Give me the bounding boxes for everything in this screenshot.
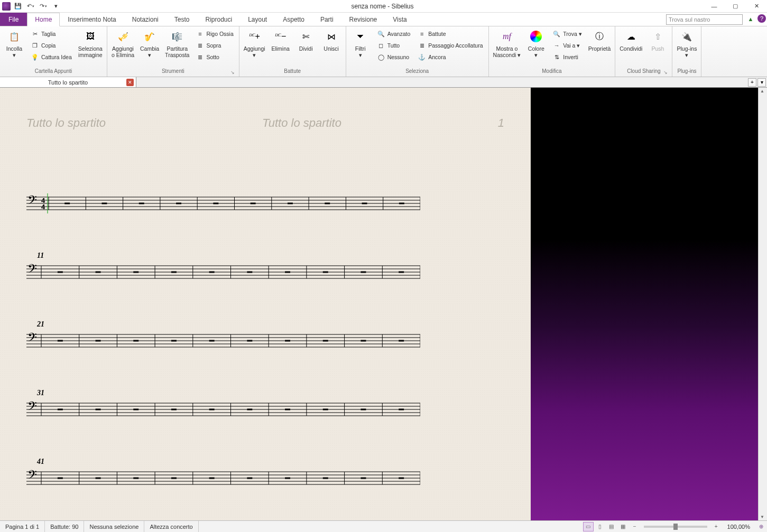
ribbon-tab-parti[interactable]: Parti (312, 13, 341, 26)
tab-menu-button[interactable]: ▾ (757, 78, 766, 87)
svg-rect-129 (96, 478, 101, 479)
incolla-button[interactable]: 📋Incolla ▾ (3, 27, 25, 58)
ribbon-tab-vista[interactable]: Vista (385, 13, 414, 26)
mostnasc-button[interactable]: mfMostra o Nascondi ▾ (492, 27, 522, 58)
tutto-button[interactable]: ◻Tutto (375, 40, 413, 51)
selbatt-button[interactable]: ≡Battute (415, 29, 485, 39)
cambia-button[interactable]: 🎷Cambia ▾ (138, 27, 161, 58)
staff-system[interactable]: 21𝄢 (26, 320, 504, 351)
document-tab[interactable]: Tutto lo spartito ✕ (0, 77, 136, 87)
ribbon-search-input[interactable]: Trova sul nastro (666, 14, 743, 25)
ribbon-tab-testo[interactable]: Testo (167, 13, 198, 26)
score-page[interactable]: Tutto lo spartito Tutto lo spartito 1 𝄢4… (0, 88, 531, 520)
svg-rect-102 (96, 409, 101, 410)
taglia-button[interactable]: ✂Taglia (29, 29, 74, 39)
staff-system[interactable]: 11𝄢 (26, 251, 504, 282)
zoom-slider[interactable] (644, 526, 707, 528)
minimize-button[interactable]: — (704, 0, 725, 13)
ribbon-tab-riproduci[interactable]: Riproduci (197, 13, 240, 26)
svg-rect-134 (285, 478, 290, 479)
view-mode-3-icon[interactable]: ▤ (606, 522, 617, 531)
copia-button[interactable]: ❐Copia (29, 40, 74, 51)
svg-rect-27 (325, 203, 330, 204)
zoom-value[interactable]: 100,00% (722, 521, 755, 532)
avanz-button[interactable]: 🔍Avanzato (375, 29, 413, 39)
status-bars[interactable]: Battute: 90 (45, 521, 84, 532)
copia-icon: ❐ (31, 41, 39, 50)
bar-number: 31 (37, 389, 504, 397)
zoom-in-button[interactable]: + (711, 522, 722, 531)
trova-button[interactable]: 🔍Trova ▾ (550, 29, 584, 39)
ribbon-collapse-up-icon[interactable]: ▲ (746, 14, 755, 24)
mostnasc-icon: mf (499, 29, 515, 44)
ribbon-tab-notazioni[interactable]: Notazioni (124, 13, 167, 26)
qat-customize-button[interactable]: ▾ (51, 1, 61, 12)
ribbon-tab-inserimento-nota[interactable]: Inserimento Nota (60, 13, 124, 26)
cambia-label: Cambia ▾ (140, 45, 159, 58)
battelim-button[interactable]: 𝄊−Elimina (270, 27, 292, 52)
ribbon-group-seleziona: ⏷Filtri ▾🔍Avanzato◻Tutto◯Nessuno≡Battute… (346, 26, 489, 77)
ribbon-tab-layout[interactable]: Layout (240, 13, 275, 26)
filtri-button[interactable]: ⏷Filtri ▾ (349, 27, 372, 58)
sopra-button[interactable]: ≣Sopra (193, 40, 235, 51)
prop-button[interactable]: ⓘProprietà (587, 27, 612, 52)
qat-redo-button[interactable]: ↷▾ (38, 1, 49, 12)
staff-system[interactable]: 31𝄢 (26, 389, 504, 419)
battuni-button[interactable]: ⋈Unisci (320, 27, 343, 52)
side-panel (531, 88, 758, 520)
push-label: Push (651, 45, 664, 52)
staff-svg: 𝄢 (26, 399, 420, 419)
ribbon-tab-aspetto[interactable]: Aspetto (275, 13, 312, 26)
document-tab-row: Tutto lo spartito ✕ + ▾ (0, 77, 767, 88)
view-mode-4-icon[interactable]: ▦ (618, 522, 629, 531)
battelim-label: Elimina (271, 45, 289, 52)
battdiv-button[interactable]: ✄Dividi (295, 27, 317, 52)
selimg-button[interactable]: 🖼Seleziona immagine (77, 27, 104, 58)
parttr-button[interactable]: 🎼Partitura Trasposta (164, 27, 190, 58)
sotto-button[interactable]: ≣Sotto (193, 52, 235, 62)
colore-button[interactable]: Colore ▾ (525, 27, 547, 58)
ribbon-tab-revisione[interactable]: Revisione (341, 13, 385, 26)
zoom-fit-button[interactable]: ⊕ (756, 522, 766, 531)
aggelim-button[interactable]: 🎺Aggiungi o Elimina (110, 27, 135, 58)
rigoossia-button[interactable]: ≡Rigo Ossia (193, 29, 235, 39)
sopra-icon: ≣ (196, 41, 204, 50)
cattura-button[interactable]: 💡Cattura Idea (29, 52, 74, 62)
selbatt-label: Battute (428, 31, 446, 37)
svg-rect-108 (323, 409, 328, 410)
sopra-label: Sopra (206, 42, 221, 49)
vertical-scrollbar[interactable] (758, 88, 767, 520)
cambia-icon: 🎷 (142, 29, 158, 44)
group-launcher-icon[interactable]: ↘ (229, 70, 236, 76)
view-mode-2-icon[interactable]: ▯ (595, 522, 605, 531)
zoom-out-button[interactable]: − (630, 522, 640, 531)
close-button[interactable]: ✕ (746, 0, 767, 13)
qat-save-button[interactable]: 💾 (13, 1, 23, 12)
staff-system[interactable]: 𝄢44 (26, 193, 504, 213)
ribbon-tab-home[interactable]: Home (27, 13, 60, 26)
battagg-button[interactable]: 𝄊+Aggiungi ▾ (243, 27, 266, 58)
status-page[interactable]: Pagina 1 di 1 (0, 521, 45, 532)
inverti-button[interactable]: ⇅Inverti (550, 52, 584, 62)
workspace: Tutto lo spartito Tutto lo spartito 1 𝄢4… (0, 88, 767, 520)
staff-svg: 𝄢44 (26, 193, 420, 213)
document-tab-close-icon[interactable]: ✕ (126, 79, 134, 86)
file-tab[interactable]: File (0, 13, 27, 26)
qat-undo-button[interactable]: ↶▾ (25, 1, 36, 12)
maximize-button[interactable]: ▢ (725, 0, 746, 13)
incolla-label: Incolla ▾ (6, 45, 22, 58)
group-launcher-icon[interactable]: ↘ (662, 70, 669, 76)
plugins-button[interactable]: 🔌Plug-ins ▾ (676, 27, 698, 58)
staff-system[interactable]: 41𝄢 (26, 458, 504, 488)
nessuno-button[interactable]: ◯Nessuno (375, 52, 413, 62)
vaia-button[interactable]: →Vai a ▾ (550, 40, 584, 51)
new-tab-button[interactable]: + (748, 78, 756, 87)
svg-text:𝄢: 𝄢 (27, 468, 37, 484)
svg-rect-82 (361, 340, 366, 342)
svg-rect-81 (323, 340, 328, 342)
view-mode-1-icon[interactable]: ▭ (583, 522, 594, 531)
ribbon-help-icon[interactable]: ? (757, 14, 766, 23)
passacc-button[interactable]: ≣Passaggio Accollatura (415, 40, 485, 51)
condiv-button[interactable]: ☁Condividi (618, 27, 643, 52)
ancora-button[interactable]: ⚓Ancora (415, 52, 485, 62)
